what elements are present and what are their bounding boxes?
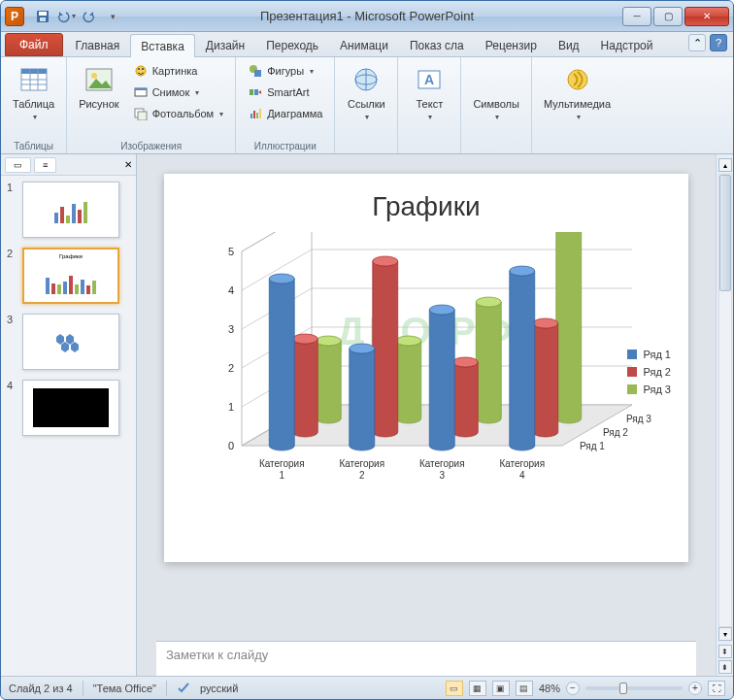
svg-text:4: 4 — [519, 470, 525, 481]
zoom-out-button[interactable]: − — [566, 682, 580, 695]
svg-point-10 — [91, 73, 97, 79]
svg-text:3: 3 — [228, 323, 234, 335]
tab-review[interactable]: Рецензир — [475, 33, 548, 56]
photoalbum-button[interactable]: Фотоальбом▾ — [129, 104, 228, 123]
tab-transitions[interactable]: Переходь — [255, 33, 329, 56]
reading-view-button[interactable]: ▣ — [492, 681, 510, 696]
slide-thumbnail-3[interactable] — [22, 314, 119, 370]
svg-marker-36 — [71, 342, 79, 352]
clipart-button[interactable]: Картинка — [129, 61, 228, 81]
redo-icon[interactable] — [80, 7, 99, 26]
slideshow-view-button[interactable]: ▤ — [516, 681, 533, 696]
thumb-num: 3 — [7, 314, 17, 325]
app-icon: P — [5, 7, 24, 26]
scroll-thumb[interactable] — [719, 175, 731, 291]
screenshot-button[interactable]: Снимок▾ — [129, 83, 228, 102]
prev-slide-icon[interactable]: ⇞ — [718, 645, 732, 658]
smartart-button[interactable]: SmartArt — [244, 83, 326, 102]
fit-to-window-button[interactable]: ⛶ — [708, 681, 725, 696]
svg-text:A: A — [424, 72, 434, 87]
links-icon — [350, 63, 383, 96]
svg-marker-34 — [66, 334, 74, 345]
text-button[interactable]: A Текст▾ — [406, 61, 452, 124]
text-label: Текст — [417, 98, 444, 110]
zoom-level[interactable]: 48% — [539, 683, 560, 694]
media-label: Мультимедиа — [544, 98, 611, 110]
sorter-view-button[interactable]: ▦ — [469, 681, 486, 696]
help-button[interactable]: ? — [710, 34, 727, 51]
chart: 012345Ряд 3Ряд 2Ряд 1Категория1Категория… — [182, 232, 671, 527]
svg-text:1: 1 — [279, 470, 284, 481]
notes-pane[interactable]: Заметки к слайду — [156, 641, 696, 676]
svg-text:Категория: Категория — [499, 458, 545, 469]
svg-text:2: 2 — [359, 470, 365, 481]
zoom-in-button[interactable]: + — [688, 682, 702, 695]
slides-tab[interactable]: ▭ — [5, 157, 31, 173]
svg-text:Категория: Категория — [259, 458, 305, 469]
tab-design[interactable]: Дизайн — [195, 33, 255, 56]
svg-rect-19 — [254, 70, 261, 77]
group-illustrations-label: Иллюстрации — [244, 139, 326, 151]
svg-rect-22 — [250, 114, 252, 118]
media-button[interactable]: Мультимедиа▾ — [540, 61, 615, 124]
scroll-down-icon[interactable]: ▾ — [718, 627, 732, 641]
screenshot-icon — [133, 84, 149, 100]
svg-point-56 — [396, 336, 421, 346]
slide-thumbnail-1[interactable] — [22, 182, 119, 238]
file-tab[interactable]: Файл — [5, 33, 63, 56]
picture-button[interactable]: Рисунок — [75, 61, 123, 112]
app-window: P ▾ ▾ Презентация1 - Microsoft PowerPoin… — [0, 0, 734, 700]
tab-home[interactable]: Главная — [65, 33, 131, 56]
svg-rect-4 — [21, 69, 47, 74]
outline-tab[interactable]: ≡ — [34, 157, 56, 173]
table-button[interactable]: Таблица▾ — [9, 61, 58, 124]
svg-rect-1 — [39, 12, 47, 16]
svg-text:5: 5 — [228, 246, 234, 257]
tab-slideshow[interactable]: Показ сла — [399, 33, 475, 56]
tab-addins[interactable]: Надстрой — [590, 33, 664, 56]
close-button[interactable]: ✕ — [684, 7, 729, 26]
theme-name: "Тема Office" — [93, 683, 156, 694]
svg-point-12 — [138, 68, 140, 70]
shapes-button[interactable]: Фигуры▾ — [244, 61, 326, 81]
svg-point-68 — [510, 266, 535, 276]
next-slide-icon[interactable]: ⇟ — [718, 660, 732, 674]
vertical-scrollbar[interactable]: ▴ ▾ ⇞ ⇟ — [716, 154, 733, 676]
slide-thumbnail-4[interactable] — [22, 380, 119, 436]
qat-customize-icon[interactable]: ▾ — [103, 7, 122, 26]
maximize-button[interactable]: ▢ — [653, 7, 683, 26]
slide-canvas[interactable]: Графики ДЦО.РФ 012345Ряд 3Ряд 2Ряд 1Кате… — [164, 174, 688, 562]
zoom-slider[interactable] — [585, 686, 683, 690]
svg-point-65 — [269, 274, 294, 283]
photoalbum-label: Фотоальбом — [152, 108, 215, 119]
svg-point-13 — [142, 68, 144, 70]
normal-view-button[interactable]: ▭ — [446, 681, 463, 696]
panel-close-icon[interactable]: ✕ — [124, 159, 132, 170]
language-label[interactable]: русский — [200, 683, 238, 694]
undo-icon[interactable]: ▾ — [56, 7, 76, 26]
slide-thumbnail-2[interactable]: Графики — [22, 248, 119, 304]
slide-title: Графики — [182, 191, 671, 222]
links-button[interactable]: Ссылки▾ — [343, 61, 389, 124]
photoalbum-icon — [133, 106, 149, 121]
svg-rect-23 — [253, 111, 255, 118]
svg-rect-15 — [135, 88, 147, 90]
svg-text:Ряд 2: Ряд 2 — [603, 427, 628, 438]
picture-icon — [83, 63, 116, 96]
spellcheck-icon[interactable] — [177, 681, 190, 696]
tab-insert[interactable]: Вставка — [130, 34, 195, 57]
slide-area: Графики ДЦО.РФ 012345Ряд 3Ряд 2Ряд 1Кате… — [137, 154, 716, 676]
smartart-icon — [248, 84, 263, 100]
tab-view[interactable]: Вид — [548, 33, 590, 56]
chart-button[interactable]: Диаграмма — [244, 104, 326, 123]
group-images-label: Изображения — [75, 139, 227, 151]
scroll-up-icon[interactable]: ▴ — [718, 158, 732, 172]
save-icon[interactable] — [33, 7, 52, 26]
tab-animations[interactable]: Анимаци — [329, 33, 399, 56]
svg-text:Ω: Ω — [488, 65, 504, 70]
ribbon-minimize-button[interactable]: ⌃ — [688, 34, 706, 51]
clipart-label: Картинка — [152, 65, 198, 77]
minimize-button[interactable]: ─ — [622, 7, 651, 26]
symbols-button[interactable]: Ω Символы▾ — [469, 61, 523, 124]
svg-rect-21 — [254, 89, 258, 95]
